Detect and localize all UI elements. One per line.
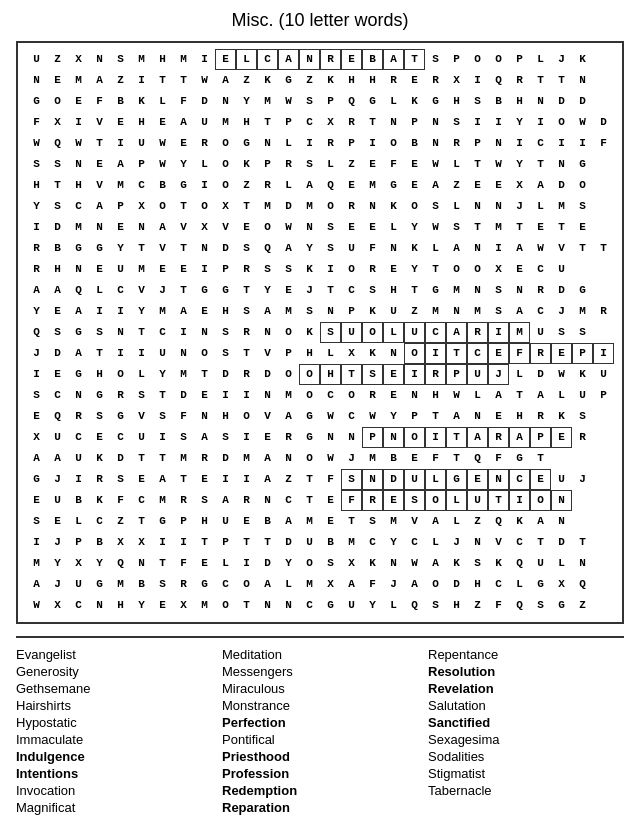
grid-cell: N [467,238,488,259]
grid-cell: H [509,91,530,112]
grid-cell: O [467,49,488,70]
word-grid: UZXNSMHMIELCANREBATSPOOPLJKNEMAZITTWAZKG… [26,49,614,616]
grid-cell: P [215,259,236,280]
grid-cell: G [215,280,236,301]
grid-cell: P [110,196,131,217]
grid-cell: S [299,301,320,322]
grid-cell: E [173,133,194,154]
grid-cell: G [26,469,47,490]
grid-cell: N [383,553,404,574]
grid-cell: U [68,574,89,595]
grid-cell: K [131,91,152,112]
grid-cell: D [383,469,404,490]
grid-cell: H [236,112,257,133]
grid-cell: B [362,49,383,70]
grid-cell: E [383,385,404,406]
grid-cell: H [194,511,215,532]
grid-cell: X [131,532,152,553]
grid-cell: A [278,238,299,259]
grid-cell: K [551,406,572,427]
grid-cell: U [341,238,362,259]
grid-cell: S [194,490,215,511]
grid-cell: L [278,133,299,154]
grid-cell: N [299,49,320,70]
puzzle-container: UZXNSMHMIELCANREBATSPOOPLJKNEMAZITTWAZKG… [16,41,624,624]
grid-cell: N [383,343,404,364]
grid-cell: L [425,532,446,553]
grid-cell: J [551,301,572,322]
grid-cell: W [425,154,446,175]
word-item: Reparation [222,799,418,816]
grid-cell: S [404,490,425,511]
grid-cell: K [509,511,530,532]
grid-cell [593,175,614,196]
grid-cell: R [530,280,551,301]
grid-cell: R [68,406,89,427]
grid-cell: F [383,154,404,175]
grid-cell: B [488,91,509,112]
grid-cell: Y [404,259,425,280]
grid-cell: T [194,532,215,553]
word-item: Hypostatic [16,714,212,731]
grid-cell: A [299,175,320,196]
grid-cell: I [488,238,509,259]
grid-cell: L [131,364,152,385]
grid-cell: U [47,490,68,511]
grid-cell: G [194,280,215,301]
grid-cell: H [68,175,89,196]
grid-cell: W [278,91,299,112]
grid-cell: O [446,259,467,280]
grid-cell: K [89,490,110,511]
grid-cell: P [572,343,593,364]
grid-cell: R [425,364,446,385]
grid-cell: Q [320,175,341,196]
grid-cell: O [425,490,446,511]
grid-cell: X [110,532,131,553]
grid-cell: I [152,427,173,448]
grid-cell: C [467,343,488,364]
words-grid: EvangelistGenerosityGethsemaneHairshirts… [16,646,624,816]
grid-cell: X [68,553,89,574]
grid-cell: P [404,112,425,133]
grid-cell: E [383,259,404,280]
grid-cell: T [551,70,572,91]
grid-cell: Y [26,301,47,322]
grid-cell: C [110,427,131,448]
grid-cell: E [530,469,551,490]
grid-cell: N [89,595,110,616]
grid-cell: D [278,196,299,217]
grid-cell: W [488,154,509,175]
grid-cell: D [47,217,68,238]
grid-cell: W [551,364,572,385]
grid-cell: N [194,406,215,427]
grid-cell: N [89,49,110,70]
grid-cell: C [488,574,509,595]
grid-cell: C [68,427,89,448]
grid-cell: K [320,70,341,91]
grid-cell: L [446,196,467,217]
grid-cell: J [47,532,68,553]
grid-cell: R [194,448,215,469]
grid-cell: M [572,301,593,322]
grid-cell: T [404,49,425,70]
grid-cell: L [215,553,236,574]
grid-cell: N [68,259,89,280]
grid-cell: E [488,406,509,427]
grid-cell: Y [152,364,173,385]
grid-cell: E [362,154,383,175]
grid-cell: E [404,448,425,469]
grid-cell: T [236,595,257,616]
grid-cell: E [110,112,131,133]
words-section: EvangelistGenerosityGethsemaneHairshirts… [16,636,624,816]
grid-cell: D [551,175,572,196]
grid-cell: A [530,385,551,406]
grid-cell: T [467,217,488,238]
grid-cell: Z [446,175,467,196]
grid-cell: O [152,196,173,217]
grid-cell: N [425,133,446,154]
grid-cell: F [173,553,194,574]
grid-cell: R [236,490,257,511]
grid-cell: A [509,427,530,448]
grid-cell: H [362,70,383,91]
grid-cell: A [257,448,278,469]
